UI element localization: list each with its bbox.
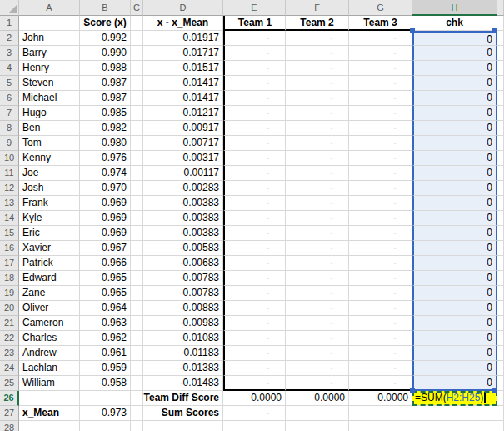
cell-C19[interactable]	[131, 286, 143, 301]
column-header-B[interactable]: B	[80, 0, 131, 16]
cell-C26[interactable]	[131, 391, 143, 406]
row-header-3[interactable]: 3	[0, 46, 19, 61]
cell-H14[interactable]: 0	[412, 211, 497, 226]
cell-C23[interactable]	[131, 346, 143, 361]
cell-B16[interactable]: 0.967	[80, 241, 131, 256]
cell-partial-27[interactable]	[497, 406, 504, 421]
cell-A18[interactable]: Edward	[19, 271, 80, 286]
cell-H23[interactable]: 0	[412, 346, 497, 361]
row-header-2[interactable]: 2	[0, 31, 19, 46]
cell-H16[interactable]: 0	[412, 241, 497, 256]
cell-partial-1[interactable]	[497, 16, 504, 31]
cell-A21[interactable]: Cameron	[19, 316, 80, 331]
cell-C22[interactable]	[131, 331, 143, 346]
cell-F16[interactable]: -	[286, 241, 349, 256]
cell-A12[interactable]: Josh	[19, 181, 80, 196]
cell-B12[interactable]: 0.970	[80, 181, 131, 196]
cell-D15[interactable]: -0.00383	[143, 226, 223, 241]
cell-B15[interactable]: 0.969	[80, 226, 131, 241]
cell-partial-26[interactable]	[497, 391, 504, 406]
cell-G3[interactable]: -	[349, 46, 412, 61]
cell-D28[interactable]	[143, 421, 223, 431]
cell-H24[interactable]: 0	[412, 361, 497, 376]
cell-D9[interactable]: 0.00717	[143, 136, 223, 151]
cell-C11[interactable]	[131, 166, 143, 181]
cell-G10[interactable]: -	[349, 151, 412, 166]
cell-A6[interactable]: Michael	[19, 91, 80, 106]
cell-H21[interactable]: 0	[412, 316, 497, 331]
cell-C3[interactable]	[131, 46, 143, 61]
cell-E24[interactable]: -	[223, 361, 286, 376]
cell-G21[interactable]: -	[349, 316, 412, 331]
cell-D20[interactable]: -0.00883	[143, 301, 223, 316]
cell-G9[interactable]: -	[349, 136, 412, 151]
cell-H10[interactable]: 0	[412, 151, 497, 166]
cell-D6[interactable]: 0.01417	[143, 91, 223, 106]
cell-H6[interactable]: 0	[412, 91, 497, 106]
cell-G28[interactable]	[349, 421, 412, 431]
row-header-4[interactable]: 4	[0, 61, 19, 76]
cell-B19[interactable]: 0.965	[80, 286, 131, 301]
cell-partial-14[interactable]	[497, 211, 504, 226]
cell-C25[interactable]	[131, 376, 143, 391]
cell-C4[interactable]	[131, 61, 143, 76]
cell-E13[interactable]: -	[223, 196, 286, 211]
row-header-11[interactable]: 11	[0, 166, 19, 181]
row-header-13[interactable]: 13	[0, 196, 19, 211]
cell-D25[interactable]: -0.01483	[143, 376, 223, 391]
cell-partial-9[interactable]	[497, 136, 504, 151]
cell-H19[interactable]: 0	[412, 286, 497, 301]
row-header-14[interactable]: 14	[0, 211, 19, 226]
cell-B6[interactable]: 0.987	[80, 91, 131, 106]
cell-E14[interactable]: -	[223, 211, 286, 226]
cell-partial-5[interactable]	[497, 76, 504, 91]
cell-partial-18[interactable]	[497, 271, 504, 286]
cell-D14[interactable]: -0.00383	[143, 211, 223, 226]
cell-C7[interactable]	[131, 106, 143, 121]
cell-F19[interactable]: -	[286, 286, 349, 301]
cell-A2[interactable]: John	[19, 31, 80, 46]
cell-D5[interactable]: 0.01417	[143, 76, 223, 91]
cell-F22[interactable]: -	[286, 331, 349, 346]
cell-C8[interactable]	[131, 121, 143, 136]
cell-A27[interactable]: x_Mean	[19, 406, 80, 421]
cell-F10[interactable]: -	[286, 151, 349, 166]
cell-A14[interactable]: Kyle	[19, 211, 80, 226]
cell-E19[interactable]: -	[223, 286, 286, 301]
cell-B22[interactable]: 0.962	[80, 331, 131, 346]
cell-partial-10[interactable]	[497, 151, 504, 166]
cell-F25[interactable]: -	[286, 376, 349, 391]
row-header-23[interactable]: 23	[0, 346, 19, 361]
cell-E1[interactable]: Team 1	[223, 16, 286, 31]
cell-A16[interactable]: Xavier	[19, 241, 80, 256]
cell-partial-7[interactable]	[497, 106, 504, 121]
cell-H12[interactable]: 0	[412, 181, 497, 196]
row-header-8[interactable]: 8	[0, 121, 19, 136]
cell-G15[interactable]: -	[349, 226, 412, 241]
cell-D12[interactable]: -0.00283	[143, 181, 223, 196]
cell-C1[interactable]	[131, 16, 143, 31]
row-header-17[interactable]: 17	[0, 256, 19, 271]
cell-D7[interactable]: 0.01217	[143, 106, 223, 121]
row-header-19[interactable]: 19	[0, 286, 19, 301]
cell-G1[interactable]: Team 3	[349, 16, 412, 31]
cell-F2[interactable]: -	[286, 31, 349, 46]
cell-F26[interactable]: 0.0000	[286, 391, 349, 406]
cell-F6[interactable]: -	[286, 91, 349, 106]
cell-A22[interactable]: Charles	[19, 331, 80, 346]
cell-H5[interactable]: 0	[412, 76, 497, 91]
cell-B17[interactable]: 0.966	[80, 256, 131, 271]
cell-F4[interactable]: -	[286, 61, 349, 76]
cell-A4[interactable]: Henry	[19, 61, 80, 76]
cell-B10[interactable]: 0.976	[80, 151, 131, 166]
cell-B4[interactable]: 0.988	[80, 61, 131, 76]
cell-G23[interactable]: -	[349, 346, 412, 361]
cell-E17[interactable]: -	[223, 256, 286, 271]
cell-B24[interactable]: 0.959	[80, 361, 131, 376]
cell-F14[interactable]: -	[286, 211, 349, 226]
cell-F8[interactable]: -	[286, 121, 349, 136]
cell-partial-4[interactable]	[497, 61, 504, 76]
row-header-18[interactable]: 18	[0, 271, 19, 286]
cell-A9[interactable]: Tom	[19, 136, 80, 151]
cell-H28[interactable]	[412, 421, 497, 431]
